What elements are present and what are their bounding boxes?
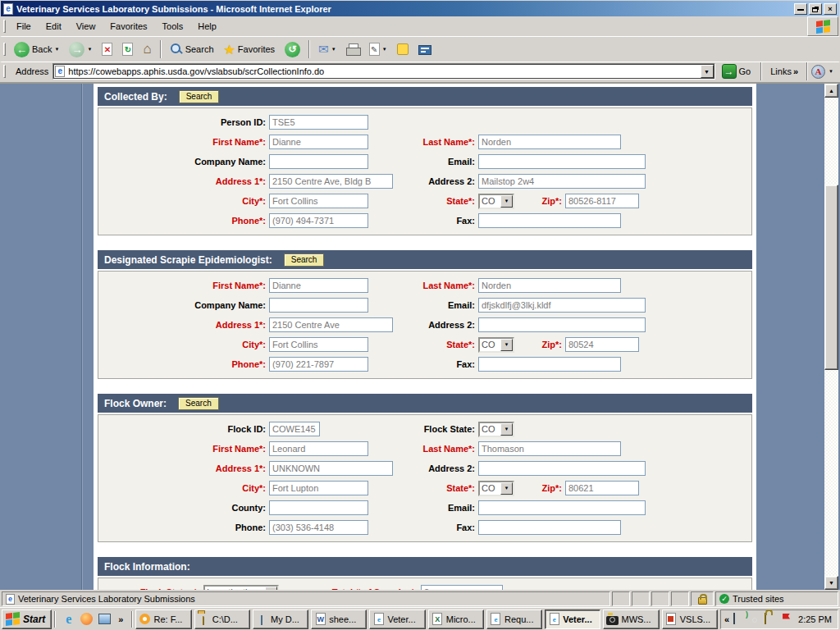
alert-flag-tray-icon[interactable] [780, 614, 792, 625]
email-field[interactable]: dfjskdlfj@3lkj.kldf [478, 298, 646, 313]
address-2-field[interactable] [478, 461, 646, 476]
history-button[interactable]: ↺ [280, 39, 305, 61]
stop-button[interactable]: ✕ [97, 39, 117, 61]
address-1-field[interactable]: UNKNOWN [269, 461, 393, 476]
email-field[interactable] [478, 154, 646, 169]
first-name-field[interactable]: Dianne [269, 278, 368, 293]
last-name-field[interactable]: Thomason [478, 441, 621, 456]
address-dropdown-icon[interactable]: ▼ [701, 65, 714, 78]
back-button[interactable]: ← Back ▼ [9, 39, 64, 61]
links-overflow-icon[interactable]: » [793, 66, 798, 76]
research-button[interactable] [413, 39, 436, 61]
total-of-samples-field[interactable]: 2 [421, 585, 503, 590]
zip-field[interactable]: 80621 [565, 481, 639, 495]
state-select[interactable]: CO▼ [478, 481, 514, 496]
zip-field[interactable]: 80524 [565, 337, 639, 352]
vertical-scrollbar[interactable]: ▲ ▼ [824, 84, 838, 590]
flock-status-select[interactable]: Investigation▼ [203, 585, 279, 591]
taskbar-button-veter[interactable]: eVeter... [369, 609, 425, 629]
adobe-dropdown-icon[interactable]: ▼ [829, 69, 833, 74]
back-dropdown-icon[interactable]: ▼ [54, 47, 59, 52]
scrollbar-thumb[interactable] [824, 185, 838, 370]
taskbar-button-c-d[interactable]: C:\D... [194, 609, 250, 629]
phone-field[interactable]: (970) 494-7371 [269, 213, 368, 228]
scroll-down-icon[interactable]: ▼ [824, 576, 838, 590]
mail-dropdown-icon[interactable]: ▼ [331, 47, 336, 52]
search-button[interactable]: Search [165, 39, 219, 61]
taskbar-button-re-f[interactable]: Re: F... [135, 609, 191, 629]
taskbar-button-mws[interactable]: MWS... [603, 609, 659, 629]
first-name-field[interactable]: Dianne [269, 135, 368, 149]
address-2-field[interactable]: Mailstop 2w4 [478, 174, 646, 189]
city-field[interactable]: Fort Collins [269, 194, 368, 208]
menu-help[interactable]: Help [190, 19, 224, 34]
first-name-field[interactable]: Leonard [269, 441, 368, 456]
menu-file[interactable]: File [9, 19, 39, 34]
favorites-button[interactable]: ★ Favorites [219, 39, 281, 61]
address-grip[interactable] [3, 65, 6, 78]
fax-field[interactable] [478, 357, 621, 372]
last-name-field[interactable]: Norden [478, 278, 621, 293]
dropdown-arrow-icon[interactable]: ▼ [265, 587, 277, 591]
dropdown-arrow-icon[interactable]: ▼ [500, 423, 513, 436]
city-field[interactable]: Fort Lupton [269, 481, 368, 495]
city-field[interactable]: Fort Collins [269, 337, 368, 352]
address-1-field[interactable]: 2150 Centre Ave [269, 317, 393, 332]
go-button[interactable]: → Go [719, 63, 755, 80]
search-button[interactable]: Search [179, 90, 220, 103]
taskbar-button-veter[interactable]: eVeter... [545, 609, 600, 629]
refresh-button[interactable]: ↻ [117, 39, 138, 61]
home-button[interactable]: ⌂ [138, 39, 156, 61]
menu-favorites[interactable]: Favorites [103, 19, 154, 34]
edit-dropdown-icon[interactable]: ▼ [382, 47, 387, 52]
last-name-field[interactable]: Norden [478, 135, 621, 149]
security-lock-tray-icon[interactable] [765, 614, 776, 625]
start-button[interactable]: Start [2, 609, 52, 629]
phone-field[interactable]: (303) 536-4148 [269, 520, 368, 535]
toolbar-grip[interactable] [3, 43, 6, 56]
quick-launch-ie-icon[interactable]: e [62, 612, 75, 626]
menu-grip[interactable] [3, 20, 6, 33]
quick-launch-firefox-icon[interactable] [80, 612, 94, 626]
address-url[interactable]: https://cowebapps.aphis.usda.gov/vslabsu… [68, 66, 700, 76]
taskbar-button-micro[interactable]: XMicro... [428, 609, 484, 629]
dropdown-arrow-icon[interactable]: ▼ [500, 195, 513, 208]
dropdown-arrow-icon[interactable]: ▼ [500, 482, 513, 495]
print-button[interactable] [341, 39, 364, 61]
menu-view[interactable]: View [69, 19, 103, 34]
quick-launch-overflow-icon[interactable]: » [116, 614, 126, 624]
search-button[interactable]: Search [178, 397, 219, 410]
camera-tray-icon[interactable] [749, 614, 760, 625]
edit-button[interactable]: ✎ ▼ [364, 39, 392, 61]
flock-id-field[interactable]: COWE145 [269, 422, 320, 436]
network-tray-icon[interactable] [733, 614, 745, 625]
taskbar-button-vsls[interactable]: VSLS... [662, 609, 718, 629]
taskbar-button-requ[interactable]: eRequ... [486, 609, 542, 629]
dropdown-arrow-icon[interactable]: ▼ [500, 339, 513, 351]
address-field[interactable]: e https://cowebapps.aphis.usda.gov/vslab… [52, 63, 714, 80]
state-select[interactable]: CO▼ [478, 337, 514, 353]
zip-field[interactable]: 80526-8117 [565, 194, 639, 208]
quick-launch-app-icon[interactable] [98, 612, 112, 626]
tray-collapse-icon[interactable]: « [724, 614, 729, 624]
search-button[interactable]: Search [284, 253, 325, 267]
taskbar-button-shee[interactable]: Wshee... [311, 609, 367, 629]
notes-button[interactable] [392, 39, 413, 61]
person-id-field[interactable]: TSE5 [269, 115, 368, 130]
state-select[interactable]: CO▼ [478, 194, 514, 209]
company-name-field[interactable] [269, 298, 368, 313]
county-field[interactable] [269, 500, 368, 515]
restore-button[interactable] [809, 3, 822, 15]
fax-field[interactable] [478, 213, 621, 228]
links-label[interactable]: Links [770, 66, 792, 76]
phone-field[interactable]: (970) 221-7897 [269, 357, 368, 372]
address-1-field[interactable]: 2150 Centre Ave, Bldg B [269, 174, 393, 189]
minimize-button[interactable] [794, 3, 807, 15]
forward-dropdown-icon[interactable]: ▼ [87, 47, 92, 52]
fax-field[interactable] [478, 520, 621, 535]
scroll-up-icon[interactable]: ▲ [824, 84, 838, 98]
mail-button[interactable]: ✉ ▼ [313, 39, 341, 61]
flock-state-select[interactable]: CO▼ [478, 422, 514, 437]
adobe-acrobat-icon[interactable]: A [811, 65, 825, 79]
forward-button[interactable]: → ▼ [64, 39, 97, 61]
